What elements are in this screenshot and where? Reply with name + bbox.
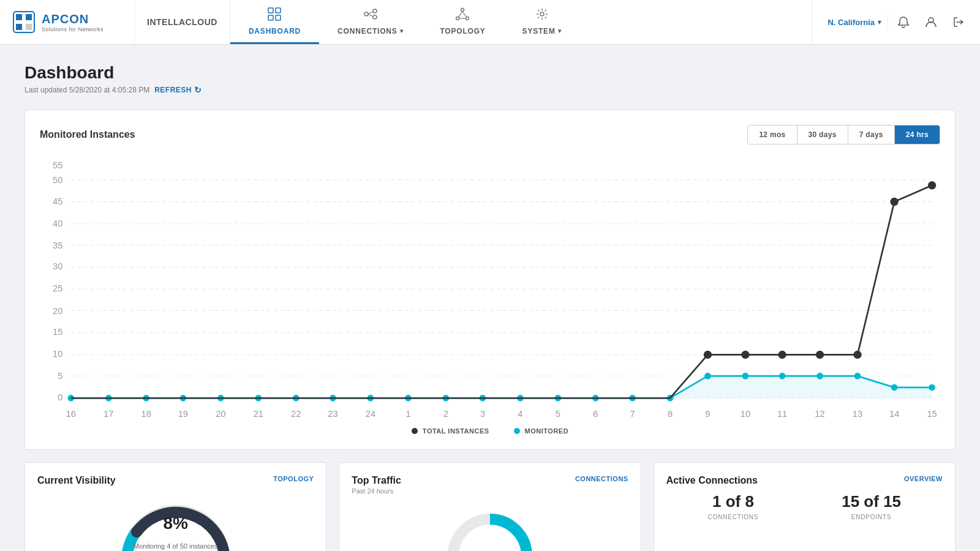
system-icon	[535, 7, 549, 24]
refresh-icon: ↻	[194, 85, 202, 95]
svg-rect-1	[16, 14, 22, 20]
svg-text:8: 8	[668, 409, 673, 419]
svg-point-87	[704, 373, 711, 380]
donut-svg	[441, 507, 539, 551]
current-visibility-header: Current Visibility TOPOLOGY	[37, 475, 314, 486]
logo-area: APCON Solutions for Networks	[0, 0, 135, 44]
time-range-buttons: 12 mos 30 days 7 days 24 hrs	[747, 125, 940, 144]
chart-header: Monitored Instances 12 mos 30 days 7 day…	[40, 125, 940, 144]
svg-point-88	[742, 373, 749, 380]
active-connections-title: Active Connections	[666, 475, 758, 486]
svg-rect-6	[276, 8, 281, 13]
current-visibility-link[interactable]: TOPOLOGY	[273, 475, 314, 482]
svg-point-97	[816, 351, 824, 359]
current-visibility-title: Current Visibility	[37, 475, 116, 486]
svg-text:0: 0	[58, 392, 62, 402]
active-connections-header: Active Connections OVERVIEW	[666, 475, 943, 486]
time-btn-12mos[interactable]: 12 mos	[748, 126, 797, 144]
svg-point-9	[364, 12, 368, 16]
svg-text:21: 21	[254, 409, 263, 419]
svg-text:20: 20	[216, 409, 225, 419]
svg-rect-3	[16, 24, 22, 30]
svg-text:5: 5	[556, 409, 560, 419]
notifications-button[interactable]	[891, 10, 916, 34]
monitored-instances-card: Monitored Instances 12 mos 30 days 7 day…	[24, 110, 956, 450]
tab-system-label: SYSTEM ▾	[522, 27, 562, 36]
logout-button[interactable]	[946, 10, 971, 34]
region-selector[interactable]: N. California ▾	[821, 15, 888, 30]
logo-text: APCON Solutions for Networks	[42, 12, 104, 32]
active-connections-card: Active Connections OVERVIEW 1 of 8 CONNE…	[654, 462, 956, 551]
svg-point-10	[373, 9, 377, 13]
svg-text:10: 10	[741, 409, 750, 419]
current-visibility-card: Current Visibility TOPOLOGY 8% Monitorin…	[24, 462, 326, 551]
svg-point-15	[456, 17, 459, 20]
svg-text:2: 2	[443, 409, 448, 419]
refresh-button[interactable]: REFRESH ↻	[154, 85, 202, 95]
svg-text:10: 10	[53, 349, 62, 359]
svg-line-12	[368, 12, 373, 14]
tab-topology[interactable]: TOPOLOGY	[421, 0, 503, 44]
svg-text:30: 30	[53, 261, 62, 271]
svg-point-14	[461, 8, 464, 11]
user-profile-button[interactable]	[919, 10, 943, 34]
time-btn-24hrs[interactable]: 24 hrs	[895, 126, 940, 144]
legend-monitored: MONITORED	[514, 427, 569, 435]
svg-rect-4	[26, 24, 32, 30]
top-traffic-link[interactable]: CONNECTIONS	[575, 475, 628, 482]
logo-apcon: APCON	[42, 12, 104, 26]
svg-point-99	[890, 198, 898, 206]
last-updated-bar: Last updated 5/28/2020 at 4:05:28 PM REF…	[24, 85, 956, 95]
svg-text:22: 22	[291, 409, 301, 419]
tab-system[interactable]: SYSTEM ▾	[504, 0, 580, 44]
system-dropdown-icon: ▾	[558, 28, 562, 34]
chart-legend: TOTAL INSTANCES MONITORED	[40, 427, 940, 435]
time-btn-7days[interactable]: 7 days	[848, 126, 895, 144]
chart-area: 0 5 10 15 20 25 30 35 40 45 50 55	[40, 157, 940, 421]
dashboard-icon	[268, 7, 281, 24]
svg-text:25: 25	[53, 283, 62, 293]
connections-label: CONNECTIONS	[708, 514, 759, 520]
apcon-logo-icon	[12, 10, 36, 34]
top-traffic-donut: 14.244 MB	[352, 501, 628, 551]
svg-text:18: 18	[141, 409, 151, 419]
active-connections-link[interactable]: OVERVIEW	[904, 475, 943, 482]
svg-text:24: 24	[366, 409, 375, 419]
svg-text:55: 55	[53, 160, 62, 170]
header-right: N. California ▾	[812, 0, 980, 44]
svg-text:15: 15	[927, 409, 937, 419]
line-chart: 0 5 10 15 20 25 30 35 40 45 50 55	[40, 157, 940, 419]
svg-rect-5	[268, 8, 273, 13]
legend-dot-total	[412, 428, 418, 434]
svg-text:40: 40	[53, 219, 62, 228]
endpoints-stat: 15 of 15 ENDPOINTS	[842, 492, 901, 520]
svg-text:5: 5	[58, 371, 62, 381]
svg-text:20: 20	[53, 306, 62, 316]
svg-point-91	[854, 373, 861, 380]
connections-value: 1 of 8	[712, 492, 754, 511]
svg-point-100	[928, 181, 936, 189]
svg-text:16: 16	[66, 409, 76, 419]
active-connections-stats: 1 of 8 CONNECTIONS 15 of 15 ENDPOINTS	[666, 492, 943, 520]
tab-connections[interactable]: CONNECTIONS ▾	[319, 0, 421, 44]
nav-tabs: DASHBOARD CONNECTIONS ▾	[230, 0, 812, 44]
bottom-cards: Current Visibility TOPOLOGY 8% Monitorin…	[24, 462, 956, 551]
svg-point-16	[466, 17, 469, 20]
svg-point-20	[540, 12, 544, 16]
svg-text:13: 13	[853, 409, 862, 419]
svg-text:50: 50	[53, 175, 62, 185]
svg-text:11: 11	[777, 409, 787, 419]
gauge-desc: Monitoring 4 of 50 instances	[134, 542, 218, 550]
svg-text:35: 35	[53, 241, 62, 250]
svg-point-93	[929, 384, 935, 391]
svg-text:6: 6	[593, 409, 598, 419]
svg-text:15: 15	[53, 327, 62, 337]
svg-rect-8	[276, 15, 281, 20]
time-btn-30days[interactable]: 30 days	[797, 126, 848, 144]
svg-marker-69	[71, 376, 932, 398]
svg-text:1: 1	[405, 409, 410, 419]
chart-title: Monitored Instances	[40, 129, 135, 140]
tab-dashboard[interactable]: DASHBOARD	[230, 0, 319, 44]
last-updated-text: Last updated 5/28/2020 at 4:05:28 PM	[24, 86, 149, 94]
top-traffic-title: Top Traffic	[352, 475, 401, 485]
